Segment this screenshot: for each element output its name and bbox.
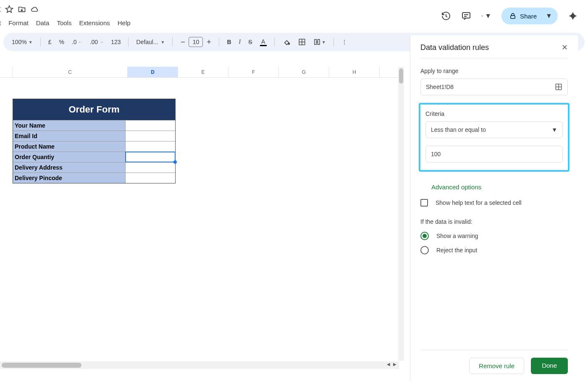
order-form-table: Order Form Your NameEmail IdProduct Name… xyxy=(13,99,176,183)
column-header-c[interactable]: C xyxy=(13,67,128,77)
row-value-cell[interactable] xyxy=(126,152,175,162)
radio-show-warning-label: Show a warning xyxy=(436,233,478,239)
italic-button[interactable]: I xyxy=(236,37,244,47)
table-row: Your Name xyxy=(13,120,175,131)
percent-button[interactable]: % xyxy=(57,37,67,47)
menu-t[interactable]: t xyxy=(0,19,1,26)
menu-bar: t Format Data Tools Extensions Help xyxy=(0,17,131,31)
row-value-cell[interactable] xyxy=(126,141,175,152)
show-help-text-label: Show help text for a selected cell xyxy=(436,199,522,206)
row-value-cell[interactable] xyxy=(126,173,175,183)
row-label: Email Id xyxy=(13,131,126,141)
history-icon[interactable] xyxy=(441,11,451,21)
fill-color-button[interactable] xyxy=(280,36,293,48)
increase-decimal-button[interactable]: .00→ xyxy=(87,37,106,47)
invalid-data-label: If the data is invalid: xyxy=(420,218,568,225)
row-label: Delivery Pincode xyxy=(13,173,126,183)
panel-title: Data validation rules xyxy=(420,43,489,52)
row-label: Your Name xyxy=(13,120,126,131)
menu-help[interactable]: Help xyxy=(118,19,131,26)
sheet-grid[interactable]: Order Form Your NameEmail IdProduct Name… xyxy=(0,78,399,361)
show-help-text-checkbox[interactable] xyxy=(420,199,428,207)
font-size-decrease[interactable]: − xyxy=(178,38,188,47)
criteria-value-input[interactable]: 100 xyxy=(425,146,563,162)
row-label: Product Name xyxy=(13,141,126,152)
svg-rect-1 xyxy=(481,16,482,16)
table-row: Product Name xyxy=(13,141,175,152)
more-button[interactable]: ⋮ xyxy=(339,37,350,47)
row-value-cell[interactable] xyxy=(126,131,175,141)
star-icon[interactable] xyxy=(5,5,13,13)
row-label: Delivery Address xyxy=(13,162,126,173)
share-dropdown[interactable]: ▼ xyxy=(544,12,554,20)
column-header-h[interactable]: H xyxy=(329,67,380,77)
share-label: Share xyxy=(520,13,537,20)
merge-button[interactable]: ▼ xyxy=(311,37,328,47)
svg-rect-2 xyxy=(511,16,515,18)
menu-data[interactable]: Data xyxy=(36,19,50,26)
title-fragment: t xyxy=(0,4,1,14)
apply-range-label: Apply to range xyxy=(420,68,568,74)
radio-reject-input[interactable] xyxy=(420,246,429,254)
share-button[interactable]: Share ▼ xyxy=(501,8,558,24)
grid-select-icon[interactable] xyxy=(555,83,562,91)
vertical-scrollbar[interactable] xyxy=(398,67,404,361)
currency-button[interactable]: £ xyxy=(46,37,54,47)
table-row: Delivery Pincode xyxy=(13,173,175,183)
menu-extensions[interactable]: Extensions xyxy=(79,19,110,26)
advanced-options-toggle[interactable]: Advanced options xyxy=(431,183,568,191)
font-size-input[interactable]: 10 xyxy=(189,37,203,47)
order-form-title: Order Form xyxy=(13,99,175,120)
caret-down-icon: ▼ xyxy=(551,126,557,133)
row-value-cell[interactable] xyxy=(126,120,175,131)
table-row: Email Id xyxy=(13,131,175,141)
radio-show-warning[interactable] xyxy=(420,232,429,240)
menu-tools[interactable]: Tools xyxy=(57,19,71,26)
menu-format[interactable]: Format xyxy=(8,19,29,26)
column-header-d[interactable]: D xyxy=(128,67,178,77)
svg-rect-0 xyxy=(462,13,470,18)
decrease-decimal-button[interactable]: .0← xyxy=(69,37,85,47)
cloud-icon[interactable] xyxy=(30,5,39,13)
font-size-increase[interactable]: + xyxy=(204,38,214,47)
remove-rule-button[interactable]: Remove rule xyxy=(469,358,524,374)
data-validation-panel: Data validation rules ✕ Apply to range S… xyxy=(410,35,578,382)
close-icon[interactable]: ✕ xyxy=(562,43,568,52)
number-format-button[interactable]: 123 xyxy=(108,37,123,47)
caret-down-icon: ▼ xyxy=(485,12,491,20)
move-icon[interactable] xyxy=(18,5,26,13)
table-row: Order Quantiy xyxy=(13,152,175,162)
criteria-select[interactable]: Less than or equal to ▼ xyxy=(425,121,563,138)
criteria-label: Criteria xyxy=(425,110,563,117)
meet-icon[interactable]: ▼ xyxy=(481,11,491,21)
comment-icon[interactable] xyxy=(461,11,471,21)
done-button[interactable]: Done xyxy=(531,358,568,374)
column-headers: CDEFGH xyxy=(0,67,399,78)
zoom-select[interactable]: 100%▼ xyxy=(9,37,35,47)
lock-icon xyxy=(509,12,517,20)
horizontal-scrollbar[interactable]: ◀ ▶ xyxy=(0,361,399,369)
table-row: Delivery Address xyxy=(13,162,175,173)
row-value-cell[interactable] xyxy=(126,162,175,173)
column-header-f[interactable]: F xyxy=(228,67,279,77)
strikethrough-button[interactable]: S xyxy=(246,37,255,47)
text-color-button[interactable]: A xyxy=(257,37,269,48)
bold-button[interactable]: B xyxy=(224,37,234,47)
borders-button[interactable] xyxy=(296,37,308,47)
column-header-e[interactable]: E xyxy=(178,67,228,77)
row-label: Order Quantiy xyxy=(13,152,126,162)
radio-reject-input-label: Reject the input xyxy=(436,247,477,254)
apply-range-input[interactable]: Sheet1!D8 xyxy=(420,79,568,95)
criteria-section-highlight: Criteria Less than or equal to ▼ 100 xyxy=(419,103,570,172)
column-header-g[interactable]: G xyxy=(279,67,329,77)
font-select[interactable]: Defaul...▼ xyxy=(134,37,167,47)
gemini-icon[interactable] xyxy=(568,11,578,21)
